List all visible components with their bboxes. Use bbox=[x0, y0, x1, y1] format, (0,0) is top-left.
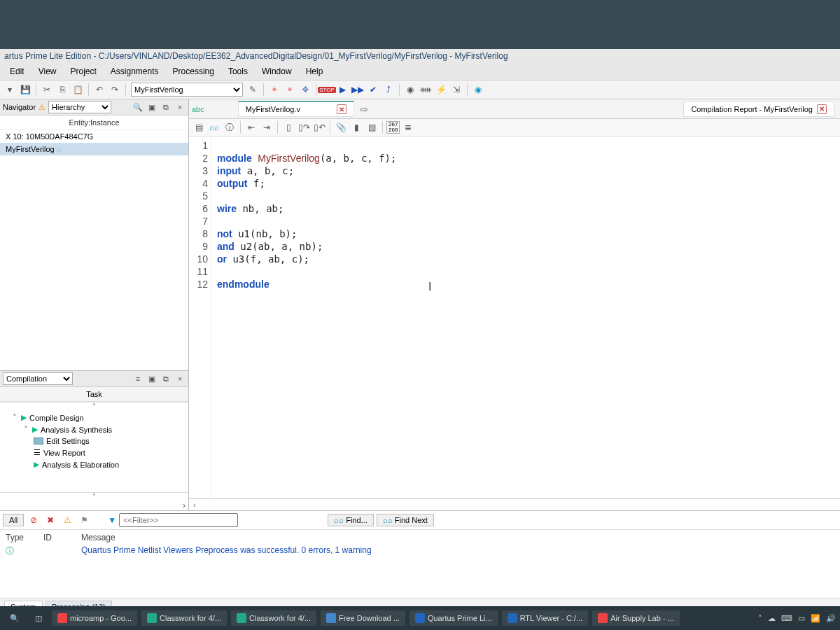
menu-assignments[interactable]: Assignments bbox=[104, 64, 166, 78]
info-filter-icon[interactable]: ⚑ bbox=[77, 513, 91, 527]
chevron-down-icon[interactable]: ˅ bbox=[11, 413, 18, 422]
marker-icon[interactable]: ⓘ bbox=[223, 120, 237, 134]
tab-source-file[interactable]: MyFirstVerilog.v ✕ bbox=[238, 101, 354, 117]
menu-processing[interactable]: Processing bbox=[166, 64, 221, 78]
error-filter-icon[interactable]: ⊘ bbox=[27, 513, 41, 527]
task-edit-settings[interactable]: Edit Settings bbox=[3, 435, 186, 447]
tasks-dock-icon[interactable]: ⧉ bbox=[160, 373, 172, 384]
abc-icon[interactable]: abc bbox=[192, 105, 204, 113]
menu-window[interactable]: Window bbox=[255, 64, 299, 78]
search-icon[interactable]: 🔍 bbox=[132, 102, 144, 113]
code-content[interactable]: module MyFirstVerilog(a, b, c, f); input… bbox=[211, 136, 840, 498]
menu-help[interactable]: Help bbox=[299, 64, 330, 78]
project-selector[interactable]: MyFirstVerilog bbox=[131, 83, 243, 97]
chevron-down-icon[interactable]: ˅ bbox=[22, 425, 29, 434]
cut-icon[interactable]: ✂ bbox=[40, 83, 54, 97]
messages-filter-input[interactable] bbox=[119, 513, 238, 527]
taskbar-item[interactable]: microamp - Goo... bbox=[52, 610, 137, 626]
tray-battery-icon[interactable]: ▭ bbox=[798, 614, 805, 623]
settings-icon[interactable]: ✦ bbox=[267, 83, 281, 97]
pin-icon[interactable]: ▣ bbox=[146, 102, 158, 113]
bookmark-icon[interactable]: ▯ bbox=[281, 120, 295, 134]
taskbar-item[interactable]: Classwork for 4/... bbox=[141, 610, 227, 626]
taskbar-item[interactable]: Air Supply Lab - ... bbox=[592, 610, 680, 626]
indent-icon[interactable]: ⇥ bbox=[260, 120, 274, 134]
messages-all-button[interactable]: All bbox=[3, 514, 24, 526]
menu-edit[interactable]: Edit bbox=[3, 64, 31, 78]
filter-funnel-icon[interactable]: ▼ bbox=[108, 515, 116, 525]
entity-row-device[interactable]: X 10: 10M50DAF484C7G bbox=[0, 130, 188, 143]
warning-filter-icon[interactable]: ⚠ bbox=[60, 513, 74, 527]
programmer-icon[interactable]: ⇲ bbox=[449, 83, 463, 97]
play-icon[interactable]: ▶ bbox=[335, 83, 349, 97]
tasks-mode-dropdown[interactable]: Compilation bbox=[3, 372, 73, 385]
scroll-right-icon[interactable]: › bbox=[0, 500, 188, 510]
check-icon[interactable]: ✔ bbox=[366, 83, 380, 97]
task-compile-design[interactable]: ˅ ▶ Compile Design bbox=[3, 412, 186, 424]
menu-tools[interactable]: Tools bbox=[221, 64, 255, 78]
jump-icon[interactable]: ⤴ bbox=[382, 83, 396, 97]
undo-icon[interactable]: ↶ bbox=[92, 83, 106, 97]
taskbar-item[interactable]: Quartus Prime Li... bbox=[410, 610, 498, 626]
tray-keyboard-icon[interactable]: ⌨ bbox=[781, 614, 792, 623]
tab-compilation-report[interactable]: Compilation Report - MyFirstVerilog ✕ bbox=[683, 102, 834, 117]
search-icon[interactable]: 🔍 bbox=[4, 611, 25, 626]
edit-icon[interactable]: ✎ bbox=[246, 83, 260, 97]
sparkle-icon[interactable]: ❖ bbox=[298, 83, 312, 97]
task-view-icon[interactable]: ◫ bbox=[29, 611, 48, 626]
find-button[interactable]: ⌕⌕ Find... bbox=[328, 514, 374, 526]
menu-project[interactable]: Project bbox=[63, 64, 103, 78]
paste-icon[interactable]: 📋 bbox=[71, 83, 85, 97]
tasks-close-icon[interactable]: × bbox=[174, 373, 186, 384]
navigator-mode-dropdown[interactable]: Hierarchy bbox=[48, 101, 111, 113]
tasks-pin-icon[interactable]: ▣ bbox=[146, 373, 158, 384]
help-icon[interactable]: ◉ bbox=[471, 83, 485, 97]
fast-play-icon[interactable]: ▶▶ bbox=[351, 83, 365, 97]
critical-filter-icon[interactable]: ✖ bbox=[43, 513, 57, 527]
message-row[interactable]: ⓘ Quartus Prime Netlist Viewers Preproce… bbox=[6, 544, 834, 559]
close-icon[interactable]: ✕ bbox=[337, 104, 346, 114]
find-icon[interactable]: ⌕⌕ bbox=[207, 120, 221, 134]
template-icon[interactable]: ▧ bbox=[365, 120, 379, 134]
dock-icon[interactable]: ⧉ bbox=[160, 102, 172, 113]
tray-volume-icon[interactable]: 🔊 bbox=[826, 614, 836, 623]
outdent-icon[interactable]: ⇤ bbox=[244, 120, 258, 134]
tab-nav-icon[interactable]: ⇨ bbox=[357, 104, 371, 115]
doc-icon[interactable]: ▮ bbox=[349, 120, 363, 134]
task-analysis-synthesis[interactable]: ˅ ▶ Analysis & Synthesis bbox=[3, 424, 186, 435]
col-id: ID bbox=[43, 533, 71, 542]
save-icon[interactable]: 💾 bbox=[18, 83, 32, 97]
task-view-report[interactable]: ☰ View Report bbox=[3, 447, 186, 458]
taskbar-item[interactable]: Free Download ... bbox=[321, 610, 405, 626]
bookmark-next-icon[interactable]: ▯↷ bbox=[297, 120, 311, 134]
line-number-badge[interactable]: 267268 bbox=[386, 121, 400, 134]
gear-icon[interactable]: ✦ bbox=[283, 83, 297, 97]
scroll-up-icon[interactable]: ˄ bbox=[0, 402, 188, 410]
chip-icon[interactable]: ◉ bbox=[403, 83, 417, 97]
close-icon[interactable]: ✕ bbox=[817, 104, 827, 114]
list-icon[interactable]: ≣ bbox=[401, 120, 415, 134]
copy-icon[interactable]: ⎘ bbox=[55, 83, 69, 97]
redo-icon[interactable]: ↷ bbox=[108, 83, 122, 97]
toolbar-dropdown-icon[interactable]: ▾ bbox=[3, 83, 17, 97]
signal-icon[interactable]: ⚡ bbox=[434, 83, 448, 97]
menu-view[interactable]: View bbox=[31, 64, 64, 78]
bookmark-prev-icon[interactable]: ▯↶ bbox=[312, 120, 326, 134]
code-editor[interactable]: 123456 789101112 module MyFirstVerilog(a… bbox=[189, 136, 840, 498]
attach-icon[interactable]: 📎 bbox=[334, 120, 348, 134]
tray-wifi-icon[interactable]: 📶 bbox=[811, 614, 820, 623]
task-analysis-elaboration[interactable]: ▶ Analysis & Elaboration bbox=[3, 458, 186, 470]
taskbar-item[interactable]: Classwork for 4/... bbox=[231, 610, 316, 626]
entity-row-top[interactable]: MyFirstVerilog ⌂ bbox=[0, 143, 188, 155]
find-next-button[interactable]: ⌕⌕ Find Next bbox=[377, 514, 434, 526]
scroll-down-icon[interactable]: ˅ bbox=[0, 492, 188, 500]
taskbar-item[interactable]: RTL Viewer - C:/... bbox=[502, 610, 589, 626]
tray-up-icon[interactable]: ˄ bbox=[758, 614, 762, 623]
tasks-menu-icon[interactable]: ≡ bbox=[132, 373, 144, 384]
pin-planner-icon[interactable]: ᚔ bbox=[419, 83, 433, 97]
stop-icon[interactable]: STOP bbox=[320, 83, 334, 97]
select-icon[interactable]: ▤ bbox=[192, 120, 206, 134]
close-icon[interactable]: × bbox=[174, 102, 186, 113]
editor-hscroll[interactable]: ‹ bbox=[189, 498, 840, 510]
tray-cloud-icon[interactable]: ☁ bbox=[768, 614, 776, 623]
